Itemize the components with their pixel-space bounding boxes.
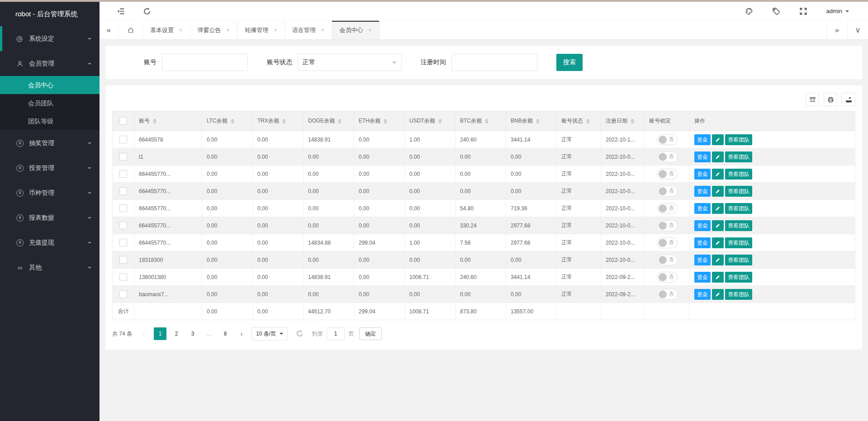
tab-close-icon[interactable]: × <box>321 27 325 33</box>
sidebar-item[interactable]: ¥充值提现 <box>0 230 100 255</box>
sidebar-item[interactable]: 会员管理 <box>0 51 100 76</box>
tab-item[interactable]: 轮播管理× <box>237 21 285 39</box>
lock-toggle[interactable]: 否 <box>657 237 678 248</box>
fund-button[interactable]: 资金 <box>694 289 711 300</box>
sidebar-subitem[interactable]: 团队等级 <box>0 112 100 130</box>
fullscreen-icon[interactable] <box>799 7 807 15</box>
fund-button[interactable]: 资金 <box>694 134 711 145</box>
fund-button[interactable]: 资金 <box>694 169 711 180</box>
edit-button[interactable] <box>712 134 724 145</box>
status-select[interactable]: 正常 <box>298 54 402 71</box>
lock-toggle[interactable]: 否 <box>657 169 678 180</box>
lock-toggle[interactable]: 否 <box>657 203 678 214</box>
tab-item[interactable]: 基本设置× <box>143 21 190 39</box>
row-checkbox[interactable] <box>119 136 127 143</box>
edit-button[interactable] <box>712 220 724 231</box>
tab-close-icon[interactable]: × <box>179 27 183 33</box>
tag-icon[interactable] <box>772 7 780 15</box>
row-checkbox[interactable] <box>119 273 127 281</box>
pagination-page[interactable]: 1 <box>154 327 166 340</box>
fund-button[interactable]: 资金 <box>694 203 711 214</box>
fund-button[interactable]: 资金 <box>694 151 711 162</box>
edit-button[interactable] <box>712 203 724 214</box>
row-checkbox[interactable] <box>119 204 127 212</box>
sort-icon[interactable] <box>338 117 342 125</box>
pagination-refresh-icon[interactable] <box>296 330 304 338</box>
tab-close-icon[interactable]: × <box>227 27 230 33</box>
home-tab[interactable] <box>119 21 143 39</box>
row-checkbox[interactable] <box>119 153 127 161</box>
edit-button[interactable] <box>712 237 724 248</box>
tabs-scroll-left[interactable]: « <box>100 21 119 39</box>
tabs-scroll-right[interactable]: » <box>826 21 847 39</box>
tab-close-icon[interactable]: × <box>368 27 372 33</box>
lock-toggle[interactable]: 否 <box>657 272 678 283</box>
regtime-input[interactable] <box>451 54 537 71</box>
pagination-prev[interactable]: ‹ <box>138 327 150 340</box>
sort-icon[interactable] <box>631 117 634 125</box>
fund-button[interactable]: 资金 <box>694 186 711 197</box>
edit-button[interactable] <box>712 289 724 300</box>
view-team-button[interactable]: 查看团队 <box>725 255 752 265</box>
lock-toggle[interactable]: 否 <box>657 255 678 265</box>
tab-active[interactable]: 会员中心× <box>332 21 379 39</box>
view-team-button[interactable]: 查看团队 <box>725 186 752 197</box>
select-all-checkbox[interactable] <box>119 117 127 125</box>
lock-toggle[interactable]: 否 <box>657 186 678 197</box>
edit-button[interactable] <box>712 169 724 180</box>
print-button[interactable] <box>824 93 837 106</box>
pagination-page[interactable]: 2 <box>170 327 183 340</box>
theme-palette-icon[interactable] <box>745 7 753 15</box>
row-checkbox[interactable] <box>119 170 127 178</box>
tab-item[interactable]: 弹窗公告× <box>190 21 238 39</box>
fund-button[interactable]: 资金 <box>694 255 711 265</box>
view-team-button[interactable]: 查看团队 <box>725 272 752 283</box>
refresh-icon[interactable] <box>143 7 151 15</box>
sidebar-item[interactable]: ∞其他 <box>0 255 100 280</box>
lock-toggle[interactable]: 否 <box>657 134 678 145</box>
fund-button[interactable]: 资金 <box>694 237 711 248</box>
sort-icon[interactable] <box>282 117 286 125</box>
tab-close-icon[interactable]: × <box>274 27 277 33</box>
sidebar-item[interactable]: 系统设定 <box>0 26 100 51</box>
sort-icon[interactable] <box>231 117 234 125</box>
view-team-button[interactable]: 查看团队 <box>725 237 752 248</box>
view-team-button[interactable]: 查看团队 <box>725 134 752 145</box>
pagination-page[interactable]: 3 <box>186 327 199 340</box>
pagination-page[interactable]: 8 <box>219 327 232 340</box>
fund-button[interactable]: 资金 <box>694 220 711 231</box>
search-button[interactable]: 搜索 <box>556 54 583 71</box>
lock-toggle[interactable]: 否 <box>657 220 678 231</box>
pagination-next[interactable]: › <box>235 327 248 340</box>
goto-confirm-button[interactable]: 确定 <box>359 327 382 340</box>
view-team-button[interactable]: 查看团队 <box>725 220 752 231</box>
row-checkbox[interactable] <box>119 222 127 229</box>
sidebar-item[interactable]: ¥投资管理 <box>0 156 100 180</box>
export-button[interactable] <box>842 93 855 106</box>
row-checkbox[interactable] <box>119 290 127 298</box>
lock-toggle[interactable]: 否 <box>657 289 678 300</box>
sort-icon[interactable] <box>384 117 387 125</box>
account-input[interactable] <box>162 54 248 71</box>
view-team-button[interactable]: 查看团队 <box>725 151 752 162</box>
collapse-sidebar-icon[interactable] <box>117 7 125 15</box>
columns-button[interactable] <box>806 93 819 106</box>
page-size-select[interactable]: 10 条/页 <box>251 327 288 341</box>
row-checkbox[interactable] <box>119 239 127 246</box>
sidebar-item[interactable]: ¥币种管理 <box>0 180 100 205</box>
edit-button[interactable] <box>712 186 724 197</box>
fund-button[interactable]: 资金 <box>694 272 711 283</box>
user-menu[interactable]: admin <box>826 8 849 14</box>
edit-button[interactable] <box>712 272 724 283</box>
goto-page-input[interactable] <box>327 327 345 340</box>
view-team-button[interactable]: 查看团队 <box>725 169 752 180</box>
view-team-button[interactable]: 查看团队 <box>725 289 752 300</box>
tabs-collapse[interactable]: ∨ <box>847 21 868 39</box>
sidebar-subitem[interactable]: 会员中心 <box>0 76 100 94</box>
row-checkbox[interactable] <box>119 187 127 195</box>
sort-icon[interactable] <box>485 117 489 125</box>
view-team-button[interactable]: 查看团队 <box>725 203 752 214</box>
edit-button[interactable] <box>712 151 724 162</box>
sort-icon[interactable] <box>438 117 442 125</box>
sidebar-item[interactable]: ¥报表数据 <box>0 205 100 230</box>
